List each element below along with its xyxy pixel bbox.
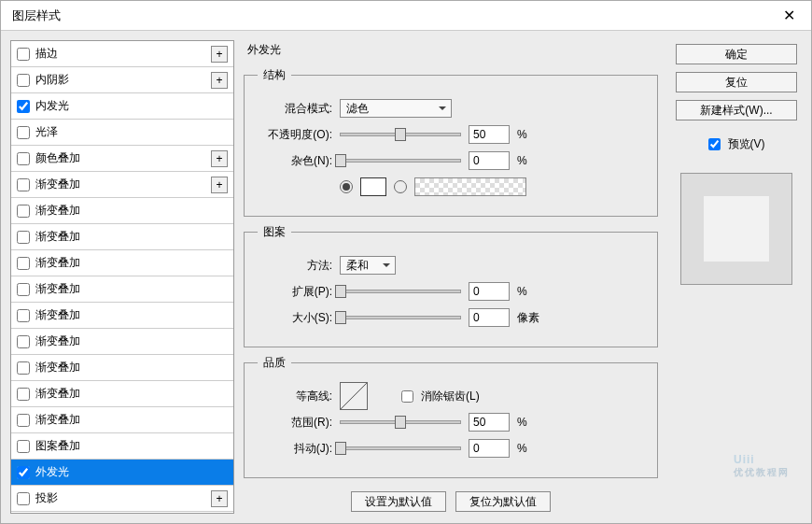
- effect-row[interactable]: 渐变叠加: [11, 224, 233, 250]
- close-icon[interactable]: ✕: [777, 5, 800, 27]
- effect-checkbox[interactable]: [17, 152, 30, 165]
- structure-group: 结构 混合模式: 滤色 不透明度(O): % 杂色(N): %: [244, 67, 658, 217]
- effect-checkbox[interactable]: [17, 361, 30, 375]
- slider-thumb-icon[interactable]: [335, 442, 346, 455]
- effects-list-panel: 描边+内阴影+内发光光泽颜色叠加+渐变叠加+渐变叠加渐变叠加渐变叠加渐变叠加渐变…: [10, 40, 234, 514]
- effect-row[interactable]: 渐变叠加: [11, 381, 233, 407]
- gradient-picker[interactable]: [414, 177, 526, 196]
- effect-checkbox[interactable]: [17, 257, 30, 270]
- effect-label: 内阴影: [35, 72, 205, 88]
- effect-row[interactable]: 渐变叠加: [11, 276, 233, 303]
- range-input[interactable]: [469, 413, 510, 432]
- contour-label: 等高线:: [258, 389, 332, 404]
- effect-checkbox[interactable]: [17, 283, 30, 296]
- effect-checkbox[interactable]: [17, 48, 30, 61]
- new-style-button[interactable]: 新建样式(W)...: [676, 100, 797, 120]
- effect-row[interactable]: 外发光: [11, 460, 233, 486]
- effects-list[interactable]: 描边+内阴影+内发光光泽颜色叠加+渐变叠加+渐变叠加渐变叠加渐变叠加渐变叠加渐变…: [11, 41, 233, 513]
- titlebar: 图层样式 ✕: [1, 1, 811, 31]
- color-radio[interactable]: [340, 180, 353, 193]
- effect-checkbox[interactable]: [17, 309, 30, 322]
- effect-row[interactable]: 渐变叠加: [11, 250, 233, 276]
- settings-panel: 外发光 结构 混合模式: 滤色 不透明度(O): % 杂色(N): %: [244, 40, 662, 514]
- effect-label: 颜色叠加: [35, 150, 205, 166]
- effect-row[interactable]: 颜色叠加+: [11, 146, 233, 172]
- effect-checkbox[interactable]: [17, 100, 30, 113]
- preview-label: 预览(V): [728, 136, 765, 152]
- effect-row[interactable]: 渐变叠加: [11, 407, 233, 433]
- effect-checkbox[interactable]: [17, 466, 30, 479]
- plus-icon[interactable]: +: [211, 177, 228, 193]
- effect-checkbox[interactable]: [17, 414, 30, 427]
- quality-group: 品质 等高线: 消除锯齿(L) 范围(R): % 抖动(J):: [244, 355, 658, 478]
- noise-slider[interactable]: [340, 159, 461, 163]
- opacity-slider[interactable]: [340, 133, 461, 136]
- effect-row[interactable]: 投影+: [11, 486, 233, 512]
- effect-row[interactable]: 渐变叠加: [11, 303, 233, 329]
- preview-checkbox[interactable]: [708, 138, 721, 150]
- ok-button[interactable]: 确定: [676, 44, 797, 64]
- plus-icon[interactable]: +: [211, 150, 228, 167]
- contour-picker[interactable]: [340, 382, 368, 410]
- range-unit: %: [517, 416, 545, 429]
- noise-input[interactable]: [469, 151, 510, 170]
- plus-icon[interactable]: +: [211, 46, 228, 63]
- effect-checkbox[interactable]: [17, 74, 30, 87]
- opacity-unit: %: [517, 128, 545, 141]
- effect-label: 渐变叠加: [35, 307, 228, 323]
- slider-thumb-icon[interactable]: [395, 416, 406, 429]
- effect-label: 外发光: [35, 464, 228, 480]
- effect-row[interactable]: 描边+: [11, 41, 233, 67]
- slider-thumb-icon[interactable]: [335, 285, 346, 298]
- slider-thumb-icon[interactable]: [335, 154, 346, 167]
- jitter-label: 抖动(J):: [258, 441, 332, 457]
- method-select[interactable]: 柔和: [340, 256, 396, 275]
- spread-label: 扩展(P):: [258, 284, 332, 300]
- opacity-label: 不透明度(O):: [258, 127, 332, 143]
- plus-icon[interactable]: +: [211, 72, 228, 89]
- size-slider[interactable]: [340, 316, 461, 319]
- effect-checkbox[interactable]: [17, 440, 30, 453]
- structure-legend: 结构: [258, 67, 291, 83]
- make-default-button[interactable]: 设置为默认值: [351, 491, 446, 512]
- effect-label: 渐变叠加: [35, 360, 228, 375]
- reset-default-button[interactable]: 复位为默认值: [455, 491, 551, 512]
- effect-row[interactable]: 渐变叠加: [11, 329, 233, 355]
- gradient-radio[interactable]: [394, 180, 407, 193]
- effect-checkbox[interactable]: [17, 178, 30, 191]
- antialias-checkbox[interactable]: [401, 390, 413, 403]
- effect-row[interactable]: 内发光: [11, 93, 233, 120]
- effect-checkbox[interactable]: [17, 126, 30, 139]
- jitter-input[interactable]: [469, 439, 510, 458]
- plus-icon[interactable]: +: [211, 490, 228, 507]
- effect-row[interactable]: 渐变叠加: [11, 198, 233, 224]
- noise-label: 杂色(N):: [258, 153, 332, 169]
- effect-label: 投影: [35, 490, 205, 506]
- effect-row[interactable]: 图案叠加: [11, 433, 233, 460]
- jitter-slider[interactable]: [340, 446, 461, 450]
- range-slider[interactable]: [340, 420, 461, 424]
- slider-thumb-icon[interactable]: [395, 128, 406, 141]
- spread-input[interactable]: [469, 282, 510, 301]
- effect-row[interactable]: 内阴影+: [11, 67, 233, 93]
- slider-thumb-icon[interactable]: [335, 311, 346, 324]
- effect-checkbox[interactable]: [17, 388, 30, 401]
- effect-row[interactable]: 渐变叠加+: [11, 172, 233, 198]
- effect-checkbox[interactable]: [17, 335, 30, 348]
- noise-unit: %: [517, 154, 545, 167]
- jitter-unit: %: [517, 442, 545, 455]
- cancel-button[interactable]: 复位: [676, 72, 797, 92]
- effect-checkbox[interactable]: [17, 231, 30, 244]
- effect-checkbox[interactable]: [17, 492, 30, 505]
- size-input[interactable]: [469, 308, 510, 327]
- effect-row[interactable]: 渐变叠加: [11, 355, 233, 381]
- opacity-input[interactable]: [469, 125, 510, 144]
- color-swatch[interactable]: [360, 177, 386, 196]
- blend-mode-select[interactable]: 滤色: [340, 99, 452, 118]
- effect-label: 渐变叠加: [35, 386, 228, 402]
- effect-label: 渐变叠加: [35, 412, 228, 428]
- effect-row[interactable]: 光泽: [11, 120, 233, 146]
- effect-checkbox[interactable]: [17, 205, 30, 218]
- effect-label: 渐变叠加: [35, 255, 228, 271]
- spread-slider[interactable]: [340, 290, 461, 293]
